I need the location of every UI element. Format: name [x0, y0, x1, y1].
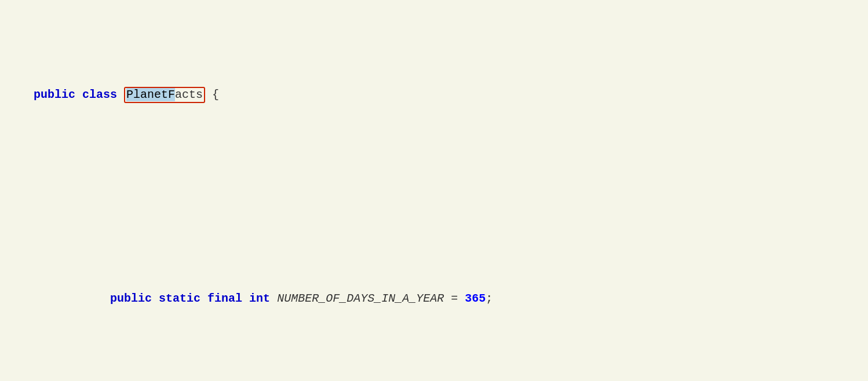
classname-box: PlanetFacts [124, 87, 205, 103]
kw-final: final [207, 292, 242, 305]
const-name: NUMBER_OF_DAYS_IN_A_YEAR [277, 292, 444, 305]
keyword-class: class [82, 86, 117, 104]
number-365: 365 [465, 292, 486, 305]
kw-int: int [249, 292, 270, 305]
kw-static: static [159, 292, 200, 305]
kw-public2: public [110, 292, 152, 305]
code-line-3: public static final int NUMBER_OF_DAYS_I… [17, 271, 851, 327]
empty-line-1 [17, 178, 851, 197]
code-editor: public class PlanetFacts { public static… [17, 12, 851, 381]
code-line-1: public class PlanetFacts { [17, 86, 851, 104]
keyword-public: public [34, 86, 75, 104]
